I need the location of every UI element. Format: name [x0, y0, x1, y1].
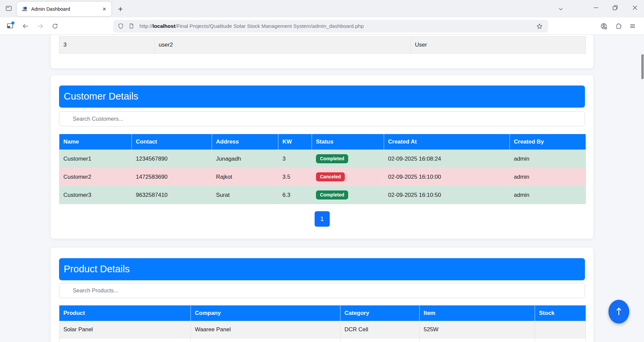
list-tabs-chevron-down-icon[interactable] — [555, 4, 566, 14]
scrollbar-thumb[interactable] — [641, 54, 644, 79]
products-section-title: Product Details — [59, 258, 585, 280]
products-header-row: Product Company Category Item Stock — [59, 305, 586, 321]
cell-created-by: admin — [510, 150, 586, 168]
customer-details-card: Customer Details Name Contact Address KW… — [50, 75, 594, 239]
column-header: Category — [340, 305, 420, 321]
table-row: 3 user2 User — [59, 37, 586, 54]
hamburger-menu-icon[interactable] — [627, 20, 639, 32]
customers-section-title: Customer Details — [59, 86, 585, 108]
back-button[interactable] — [19, 20, 32, 32]
column-header: Product — [59, 305, 191, 321]
status-badge: Canceled — [316, 172, 345, 181]
customers-pagination: 1 — [59, 211, 585, 227]
cell-status: Canceled — [312, 168, 384, 186]
cell-created-by: admin — [510, 186, 586, 204]
column-header: Stock — [535, 305, 586, 321]
cell-stock — [535, 321, 586, 338]
reload-button[interactable] — [49, 20, 61, 32]
status-badge: Completed — [316, 190, 348, 199]
window-close-button[interactable] — [627, 0, 643, 15]
products-table: Product Company Category Item Stock Sola… — [59, 305, 586, 342]
column-header: Contact — [132, 134, 212, 150]
column-header: Created By — [510, 134, 586, 150]
cell-name: Customer1 — [59, 150, 132, 168]
table-row: Customer1 1234567890 Junagadh 3 Complete… — [59, 150, 586, 168]
notification-dot — [11, 21, 14, 24]
url-host: localhost — [153, 23, 175, 29]
sidebar-toggle-button[interactable] — [4, 20, 16, 32]
browser-toolbar: http://localhost/Final Projects/Qualitud… — [0, 17, 644, 35]
cell-category: DCR Cell — [340, 321, 420, 338]
cell-status: Completed — [312, 150, 384, 168]
cell-created-at: 02-09-2025 16:10:00 — [384, 168, 510, 186]
user-role-cell: User — [411, 37, 586, 54]
user-id-cell: 3 — [59, 37, 155, 54]
cell-created-at: 02-09-2025 16:10:50 — [384, 186, 510, 204]
forward-button[interactable] — [34, 20, 46, 32]
scroll-to-top-button[interactable] — [608, 300, 629, 324]
cell-address: Rajkot — [212, 168, 278, 186]
cell-contact: 9632587410 — [132, 186, 212, 204]
url-protocol: http:// — [140, 23, 153, 29]
column-header: Name — [59, 134, 132, 150]
bookmark-star-icon[interactable] — [534, 21, 545, 31]
page-info-icon[interactable] — [128, 23, 135, 30]
status-badge: Completed — [316, 154, 348, 163]
extensions-puzzle-icon[interactable] — [612, 20, 625, 32]
customers-table: Name Contact Address KW Status Created A… — [59, 134, 586, 204]
cell-status: Completed — [312, 186, 384, 204]
up-arrow-icon — [614, 306, 623, 317]
cell-kw: 3.5 — [278, 168, 312, 186]
site-favicon-icon — [21, 6, 28, 12]
cell-name: Customer2 — [59, 168, 132, 186]
browser-tab-bar: Admin Dashboard × + — [0, 0, 644, 17]
table-row: Customer3 9632587410 Surat 6.3 Completed… — [59, 186, 586, 204]
cell-address: Surat — [212, 186, 278, 204]
product-details-card: Product Details Product Company Category… — [50, 247, 594, 342]
tab-close-icon[interactable]: × — [100, 5, 109, 13]
user-name-cell: user2 — [155, 37, 411, 54]
table-row: Solar Panel Waaree Panel DCR Cell 525W — [59, 321, 586, 338]
cell-created-at: 02-09-2025 16:08:24 — [384, 150, 510, 168]
column-header: Item — [420, 305, 535, 321]
cell-contact: 1234567890 — [132, 150, 212, 168]
customers-search-input[interactable] — [59, 111, 585, 126]
cell-created-by: admin — [510, 168, 586, 186]
cell-kw: 3 — [278, 150, 312, 168]
pagination-page-1-button[interactable]: 1 — [315, 211, 330, 227]
url-bar[interactable]: http://localhost/Final Projects/Qualitud… — [113, 20, 548, 33]
tab-title: Admin Dashboard — [31, 6, 100, 12]
column-header: KW — [278, 134, 312, 150]
cell-kw: 6.3 — [278, 186, 312, 204]
column-header: Address — [212, 134, 278, 150]
cell-address: Junagadh — [212, 150, 278, 168]
users-table: 3 user2 User — [59, 36, 586, 54]
cell-company: Waaree Panel — [191, 321, 340, 338]
url-text: http://localhost/Final Projects/Qualitud… — [140, 23, 534, 29]
window-minimize-button[interactable] — [588, 0, 604, 15]
column-header: Created At — [384, 134, 510, 150]
cell-name: Customer3 — [59, 186, 132, 204]
firefox-view-button[interactable] — [3, 3, 15, 14]
cell-product: Solar Panel — [59, 321, 191, 338]
cell-contact: 1472583690 — [132, 168, 212, 186]
account-icon[interactable] — [598, 20, 610, 32]
table-row-partial — [59, 338, 586, 342]
cell-item: 525W — [420, 321, 535, 338]
firefox-view-icon — [5, 5, 12, 13]
window-restore-button[interactable] — [607, 0, 623, 15]
table-row: Customer2 1472583690 Rajkot 3.5 Canceled… — [59, 168, 586, 186]
column-header: Status — [312, 134, 384, 150]
shield-icon[interactable] — [117, 23, 124, 30]
customers-header-row: Name Contact Address KW Status Created A… — [59, 134, 586, 150]
url-path: /Final Projects/Qualitude Solar Stock Ma… — [175, 23, 364, 29]
users-card-partial: 3 user2 User — [50, 35, 594, 69]
page-content: 3 user2 User Customer Details Name Conta… — [0, 35, 644, 342]
new-tab-button[interactable]: + — [115, 4, 125, 14]
products-search-input[interactable] — [59, 283, 585, 298]
browser-tab[interactable]: Admin Dashboard × — [17, 2, 111, 16]
column-header: Company — [191, 305, 340, 321]
